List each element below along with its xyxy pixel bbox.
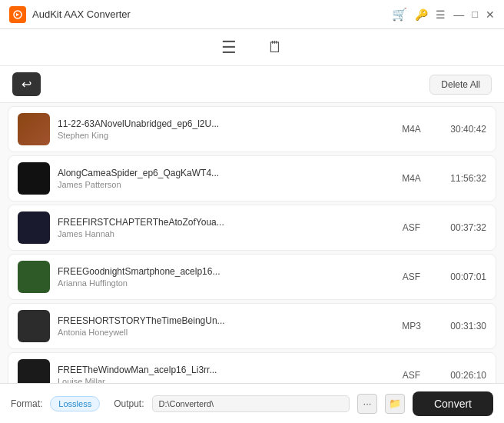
file-list: 11-22-63ANovelUnabridged_ep6_l2U... Step… bbox=[0, 103, 504, 383]
convert-button[interactable]: Convert bbox=[413, 391, 493, 416]
format-badge[interactable]: Lossless bbox=[50, 396, 100, 411]
list-item[interactable]: FREEGoodnightSmartphone_acelp16... Arian… bbox=[8, 254, 496, 300]
file-info: AlongCameaSpider_ep6_QagKaWT4... James P… bbox=[58, 168, 386, 189]
file-info: FREETheWindowMan_acelp16_Li3rr... Louise… bbox=[58, 365, 386, 383]
output-label: Output: bbox=[114, 398, 144, 409]
title-bar: AudKit AAX Converter 🛒 🔑 ☰ — □ ✕ bbox=[0, 0, 504, 29]
file-format: M4A bbox=[394, 173, 429, 184]
list-item[interactable]: AlongCameaSpider_ep6_QagKaWT4... James P… bbox=[8, 155, 496, 202]
file-author: Stephen King bbox=[58, 131, 386, 140]
file-duration: 11:56:32 bbox=[436, 173, 486, 184]
file-format: ASF bbox=[394, 271, 429, 282]
window-controls: 🛒 🔑 ☰ — □ ✕ bbox=[392, 7, 495, 22]
file-duration: 00:26:10 bbox=[436, 370, 486, 381]
file-info: FREESHORTSTORYTheTimeBeingUn... Antonia … bbox=[58, 315, 386, 337]
list-view-icon[interactable]: ☰ bbox=[221, 38, 237, 58]
format-label: Format: bbox=[11, 398, 42, 409]
open-folder-button[interactable]: 📁 bbox=[385, 394, 405, 414]
file-author: James Hannah bbox=[58, 229, 386, 238]
bottom-bar: Format: Lossless Output: D:\Converterd\ … bbox=[0, 383, 504, 423]
file-info: FREEFIRSTCHAPTERTheAtoZofYoua... James H… bbox=[58, 217, 386, 238]
list-item[interactable]: FREEFIRSTCHAPTERTheAtoZofYoua... James H… bbox=[8, 205, 496, 251]
file-author: Arianna Huffington bbox=[58, 278, 386, 288]
file-format: MP3 bbox=[394, 321, 429, 331]
file-thumbnail bbox=[18, 359, 50, 383]
file-duration: 00:07:01 bbox=[436, 271, 486, 282]
file-author: Antonia Honeywell bbox=[58, 328, 386, 337]
menu-icon[interactable]: ☰ bbox=[436, 8, 446, 21]
file-duration: 00:31:30 bbox=[436, 321, 486, 331]
app-title: AudKit AAX Converter bbox=[32, 8, 392, 20]
file-thumbnail bbox=[18, 212, 50, 244]
file-thumbnail bbox=[18, 162, 50, 195]
file-name: FREETheWindowMan_acelp16_Li3rr... bbox=[58, 365, 386, 375]
list-item[interactable]: 11-22-63ANovelUnabridged_ep6_l2U... Step… bbox=[8, 106, 496, 152]
cart-icon[interactable]: 🛒 bbox=[392, 7, 407, 22]
file-author: Louise Millar bbox=[58, 377, 386, 383]
list-item[interactable]: FREESHORTSTORYTheTimeBeingUn... Antonia … bbox=[8, 303, 496, 349]
notes-icon[interactable]: 🗒 bbox=[267, 38, 283, 56]
file-name: FREESHORTSTORYTheTimeBeingUn... bbox=[58, 315, 386, 326]
file-name: 11-22-63ANovelUnabridged_ep6_l2U... bbox=[58, 118, 386, 129]
file-name: FREEGoodnightSmartphone_acelp16... bbox=[58, 266, 386, 277]
close-button[interactable]: ✕ bbox=[486, 8, 495, 21]
file-duration: 00:37:32 bbox=[436, 222, 486, 233]
file-thumbnail bbox=[18, 261, 50, 293]
file-info: FREEGoodnightSmartphone_acelp16... Arian… bbox=[58, 266, 386, 288]
list-item[interactable]: FREETheWindowMan_acelp16_Li3rr... Louise… bbox=[8, 352, 496, 383]
browse-dots-button[interactable]: ··· bbox=[357, 394, 377, 414]
file-info: 11-22-63ANovelUnabridged_ep6_l2U... Step… bbox=[58, 118, 386, 140]
key-icon[interactable]: 🔑 bbox=[415, 8, 428, 21]
toolbar: ☰ 🗒 bbox=[0, 29, 504, 66]
action-bar: ↩ Delete All bbox=[0, 66, 504, 103]
minimize-button[interactable]: — bbox=[453, 8, 464, 21]
maximize-button[interactable]: □ bbox=[472, 8, 478, 20]
file-thumbnail bbox=[18, 113, 50, 145]
delete-all-button[interactable]: Delete All bbox=[429, 75, 492, 95]
file-name: FREEFIRSTCHAPTERTheAtoZofYoua... bbox=[58, 217, 386, 228]
file-format: ASF bbox=[394, 222, 429, 233]
file-format: M4A bbox=[394, 124, 429, 135]
file-name: AlongCameaSpider_ep6_QagKaWT4... bbox=[58, 168, 386, 178]
file-duration: 30:40:42 bbox=[436, 124, 486, 135]
file-thumbnail bbox=[18, 310, 50, 342]
output-path: D:\Converterd\ bbox=[152, 395, 350, 412]
add-icon: ↩ bbox=[22, 77, 32, 92]
file-format: ASF bbox=[394, 370, 429, 381]
file-author: James Patterson bbox=[58, 180, 386, 189]
add-file-button[interactable]: ↩ bbox=[12, 72, 41, 96]
app-logo bbox=[9, 6, 26, 23]
